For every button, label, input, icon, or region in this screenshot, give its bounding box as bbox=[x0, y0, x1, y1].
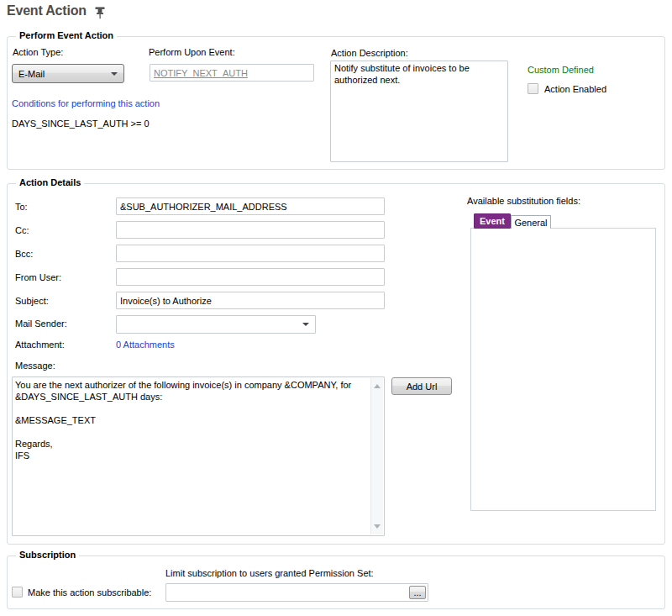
attachment-label: Attachment: bbox=[15, 340, 65, 350]
action-description-field[interactable]: Notify substitute of invoices to be auth… bbox=[330, 61, 508, 162]
to-field[interactable] bbox=[116, 197, 385, 215]
attachments-link[interactable]: 0 Attachments bbox=[116, 340, 175, 350]
subscribable-checkbox[interactable] bbox=[12, 587, 23, 598]
message-scrollbar[interactable] bbox=[370, 378, 383, 534]
subscribable-label: Make this action subscribable: bbox=[28, 587, 151, 598]
perform-upon-event-field[interactable] bbox=[150, 64, 314, 82]
bcc-field[interactable] bbox=[116, 245, 385, 262]
group-title: Perform Event Action bbox=[16, 30, 117, 40]
permission-set-label: Limit subscription to users granted Perm… bbox=[165, 568, 374, 578]
cc-field[interactable] bbox=[116, 221, 385, 239]
action-type-label: Action Type: bbox=[13, 47, 63, 57]
scroll-up-icon[interactable] bbox=[374, 384, 381, 388]
condition-expression: DAYS_SINCE_LAST_AUTH >= 0 bbox=[12, 118, 150, 129]
pin-icon[interactable] bbox=[94, 7, 106, 19]
message-text: You are the next authorizer of the follo… bbox=[15, 379, 369, 461]
event-action-page: Event Action Perform Event Action Action… bbox=[0, 0, 672, 616]
scroll-down-icon[interactable] bbox=[374, 524, 381, 529]
tab-general[interactable]: General bbox=[511, 215, 551, 229]
substitution-tab-panel bbox=[470, 228, 656, 511]
subject-field[interactable] bbox=[116, 292, 385, 309]
mail-sender-label: Mail Sender: bbox=[15, 319, 67, 329]
bcc-label: Bcc: bbox=[15, 249, 33, 259]
action-type-value: E-Mail bbox=[18, 69, 45, 79]
to-label: To: bbox=[15, 202, 28, 212]
mail-sender-select[interactable] bbox=[116, 315, 316, 334]
add-url-button[interactable]: Add Url bbox=[391, 377, 452, 395]
tab-event[interactable]: Event bbox=[474, 213, 511, 229]
action-description-label: Action Description: bbox=[331, 48, 408, 58]
chevron-down-icon bbox=[111, 72, 118, 76]
action-enabled-checkbox[interactable] bbox=[528, 83, 538, 94]
chevron-down-icon bbox=[302, 323, 309, 326]
permission-set-browse-button[interactable]: ... bbox=[409, 586, 426, 599]
perform-upon-event-label: Perform Upon Event: bbox=[149, 47, 235, 57]
conditions-link[interactable]: Conditions for performing this action bbox=[12, 98, 160, 108]
from-user-field[interactable] bbox=[116, 268, 385, 286]
message-field[interactable]: You are the next authorizer of the follo… bbox=[12, 376, 385, 536]
page-title: Event Action bbox=[7, 3, 87, 18]
custom-defined-label: Custom Defined bbox=[528, 65, 594, 75]
subject-label: Subject: bbox=[15, 296, 49, 306]
action-enabled-label: Action Enabled bbox=[544, 84, 606, 94]
substitution-fields-label: Available substitution fields: bbox=[467, 196, 580, 206]
cc-label: Cc: bbox=[15, 225, 29, 235]
from-user-label: From User: bbox=[15, 272, 61, 282]
action-type-select[interactable]: E-Mail bbox=[12, 64, 124, 83]
group-title: Subscription bbox=[16, 550, 79, 560]
permission-set-field[interactable] bbox=[165, 583, 428, 602]
message-label: Message: bbox=[15, 361, 55, 371]
group-title: Action Details bbox=[16, 177, 84, 187]
